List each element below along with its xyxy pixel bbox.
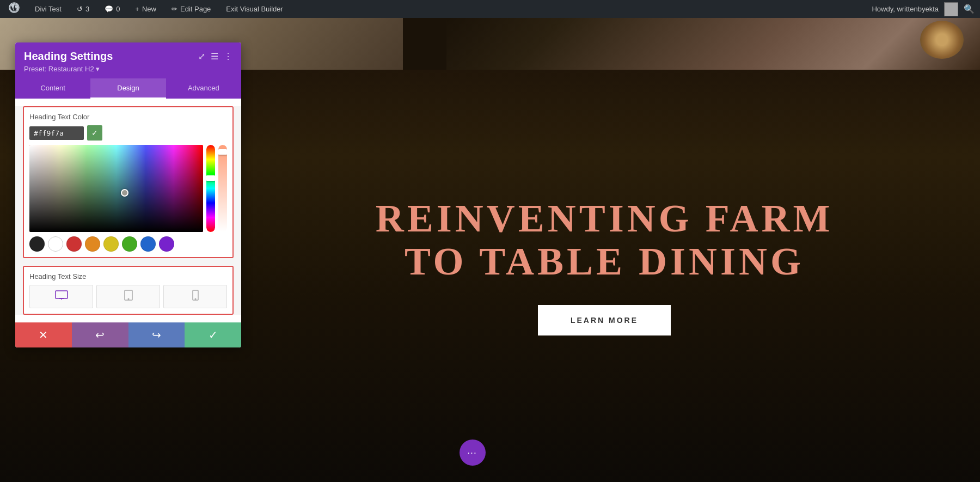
panel-preset[interactable]: Preset: Restaurant H2 ▾ (24, 65, 232, 73)
revisions-count: 3 (85, 5, 89, 13)
undo-button[interactable]: ↩ (72, 322, 128, 347)
main-area: REINVENTING FARM TO TABLE DINING LEARN M… (0, 18, 980, 482)
swatch-black[interactable] (29, 236, 45, 252)
comments-count: 0 (116, 5, 120, 13)
new-icon: + (135, 5, 139, 13)
opacity-slider-container[interactable] (218, 145, 227, 232)
new-btn[interactable]: + New (132, 0, 160, 18)
learn-more-button[interactable]: LEARN MORE (538, 305, 671, 335)
svg-rect-1 (56, 291, 68, 298)
edit-icon: ✏ (171, 5, 177, 13)
comments-icon: 💬 (105, 5, 113, 13)
edit-page-btn[interactable]: ✏ Edit Page (168, 0, 214, 18)
new-label: New (142, 5, 156, 13)
swatch-orange[interactable] (85, 236, 100, 252)
hue-slider (206, 145, 215, 232)
wp-logo-btn[interactable] (5, 0, 23, 18)
admin-bar-right: Howdy, writtenbyekta 🔍 (872, 2, 975, 16)
tablet-icon (124, 290, 133, 303)
exit-builder-label: Exit Visual Builder (226, 5, 283, 13)
revisions-icon: ↺ (77, 5, 83, 13)
color-picker-main (29, 145, 227, 232)
checkmark-icon: ✓ (91, 129, 98, 137)
opacity-thumb (218, 149, 227, 155)
tablet-btn[interactable] (96, 285, 160, 308)
hero-content: REINVENTING FARM TO TABLE DINING LEARN M… (229, 18, 980, 482)
swatch-green[interactable] (122, 236, 137, 252)
panel-icons: ⤢ ☰ ⋮ (198, 51, 232, 62)
avatar[interactable] (944, 2, 958, 16)
size-section-title: Heading Text Size (29, 272, 227, 280)
tab-content[interactable]: Content (15, 78, 90, 99)
redo-button[interactable]: ↪ (128, 322, 185, 347)
howdy-text: Howdy, writtenbyekta (872, 5, 939, 13)
color-picker-section: Heading Text Color ✓ (23, 106, 234, 258)
undo-icon: ↩ (95, 328, 105, 341)
panel-tabs: Content Design Advanced (15, 78, 241, 99)
settings-panel: Heading Settings ⤢ ☰ ⋮ Preset: Restauran… (15, 42, 241, 347)
confirm-icon: ✓ (209, 328, 218, 341)
desktop-btn[interactable] (29, 285, 93, 308)
exit-builder-btn[interactable]: Exit Visual Builder (223, 0, 286, 18)
floating-dots-button[interactable]: ••• (460, 440, 486, 466)
color-hex-input[interactable] (29, 126, 84, 140)
more-icon[interactable]: ⋮ (224, 51, 232, 62)
swatch-yellow[interactable] (103, 236, 119, 252)
revisions-btn[interactable]: ↺ 3 (74, 0, 93, 18)
gradient-area[interactable] (29, 145, 203, 232)
hue-slider-container[interactable] (206, 145, 215, 232)
search-icon[interactable]: 🔍 (964, 4, 975, 14)
text-size-section: Heading Text Size (23, 266, 234, 315)
redo-icon: ↪ (152, 328, 161, 341)
wp-icon (9, 2, 20, 16)
columns-icon[interactable]: ☰ (211, 51, 218, 62)
hue-thumb (206, 175, 215, 181)
svg-point-7 (195, 298, 196, 300)
tab-design[interactable]: Design (90, 78, 166, 99)
edit-page-label: Edit Page (180, 5, 211, 13)
color-input-row: ✓ (29, 125, 227, 141)
mobile-btn[interactable] (163, 285, 227, 308)
fullscreen-icon[interactable]: ⤢ (198, 51, 205, 62)
cancel-icon: ✕ (39, 328, 48, 341)
gradient-black-overlay (29, 145, 203, 232)
swatch-purple[interactable] (159, 236, 174, 252)
cancel-button[interactable]: ✕ (15, 322, 72, 347)
swatch-red[interactable] (66, 236, 82, 252)
panel-title-row: Heading Settings ⤢ ☰ ⋮ (24, 50, 232, 63)
swatch-blue[interactable] (140, 236, 156, 252)
panel-header: Heading Settings ⤢ ☰ ⋮ Preset: Restauran… (15, 42, 241, 78)
site-name-btn[interactable]: Divi Test (32, 0, 65, 18)
action-bar: ✕ ↩ ↪ ✓ (15, 322, 241, 347)
svg-point-5 (128, 298, 129, 300)
panel-title: Heading Settings (24, 50, 113, 63)
desktop-icon (55, 290, 68, 303)
site-name: Divi Test (35, 5, 62, 13)
hero-heading: REINVENTING FARM TO TABLE DINING (359, 197, 849, 283)
preset-chevron-icon: ▾ (96, 65, 100, 73)
panel-body: Heading Text Color ✓ (15, 106, 241, 315)
responsive-buttons (29, 285, 227, 308)
color-confirm-button[interactable]: ✓ (87, 125, 102, 141)
color-section-title: Heading Text Color (29, 113, 227, 121)
confirm-button[interactable]: ✓ (185, 322, 241, 347)
opacity-slider (218, 145, 227, 232)
admin-bar: Divi Test ↺ 3 💬 0 + New ✏ Edit Page Exit… (0, 0, 980, 18)
comments-btn[interactable]: 💬 0 (101, 0, 123, 18)
swatches-row (29, 236, 227, 252)
dots-icon: ••• (468, 450, 477, 455)
mobile-icon (192, 290, 199, 303)
tab-advanced[interactable]: Advanced (166, 78, 241, 99)
swatch-white[interactable] (48, 236, 63, 252)
